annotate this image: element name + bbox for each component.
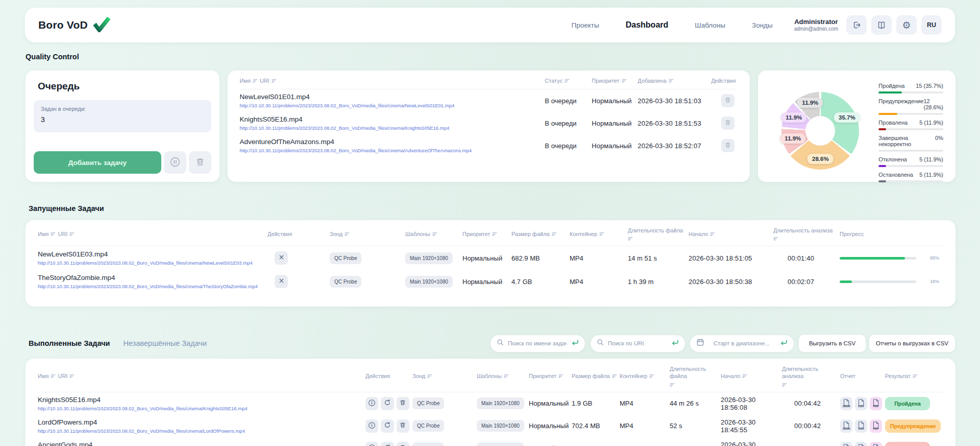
date-range-field[interactable] bbox=[690, 335, 794, 352]
queue-count-input[interactable] bbox=[41, 115, 204, 124]
col-name-uri[interactable]: Имя URI bbox=[38, 226, 267, 242]
logout-button[interactable] bbox=[846, 15, 867, 35]
search-task-name-input[interactable] bbox=[508, 340, 567, 346]
task-uri-link[interactable]: http://10.10.30.11/problems/2023/2023.08… bbox=[240, 125, 542, 131]
progress-bar bbox=[840, 257, 916, 260]
report-json-button[interactable]: JSON bbox=[840, 419, 852, 433]
col-container[interactable]: Контейнер bbox=[620, 368, 670, 384]
export-reports-csv-button[interactable]: Отчеты о выгрузках в CSV bbox=[869, 335, 955, 352]
size-value: 702.4 MB bbox=[572, 422, 620, 430]
col-analysis[interactable]: Длительность анализа bbox=[773, 222, 840, 246]
task-uri-link[interactable]: http://10.10.30.11/problems/2023/2023.08… bbox=[38, 428, 362, 434]
info-button[interactable] bbox=[365, 419, 378, 433]
trash-icon bbox=[724, 97, 731, 105]
info-button[interactable] bbox=[365, 442, 378, 446]
trash-icon bbox=[724, 142, 731, 150]
delete-task-button[interactable] bbox=[721, 139, 734, 152]
sort-icon bbox=[504, 373, 509, 379]
task-uri-link[interactable]: http://10.10.30.11/problems/2023/2023.08… bbox=[240, 103, 542, 108]
queue-count-field[interactable]: Задач в очереди: bbox=[34, 100, 211, 132]
col-probe[interactable]: Зонд bbox=[412, 368, 477, 384]
status-value: В очереди bbox=[545, 142, 592, 150]
col-probe[interactable]: Зонд bbox=[330, 226, 405, 242]
container-value: MP4 bbox=[620, 400, 670, 407]
tab-completed-tasks[interactable]: Выполненные Задачи bbox=[29, 339, 110, 347]
progress-label: 85% bbox=[930, 255, 940, 261]
col-file-duration[interactable]: Длительность файла bbox=[670, 361, 721, 392]
report-csv-button[interactable]: CSV bbox=[855, 419, 867, 433]
export-csv-button[interactable]: Выгрузить в CSV bbox=[799, 335, 866, 352]
nav-templates[interactable]: Шаблоны bbox=[695, 21, 725, 29]
task-uri-link[interactable]: http://10.10.30.11/problems/2023/2023.08… bbox=[38, 260, 264, 266]
search-uri-input[interactable] bbox=[608, 340, 667, 346]
delete-button[interactable] bbox=[397, 442, 409, 446]
report-pdf-button[interactable]: PDF bbox=[870, 419, 882, 433]
donut-label-passed: 35.7% bbox=[834, 112, 860, 123]
search-uri-field[interactable] bbox=[591, 335, 685, 352]
col-priority[interactable]: Приоритет bbox=[529, 368, 572, 384]
report-pdf-button[interactable]: PDF bbox=[870, 397, 882, 410]
search-task-name-field[interactable] bbox=[491, 335, 585, 352]
col-file-duration[interactable]: Длительность файла bbox=[628, 222, 689, 246]
analysis-duration-value: 00:02:07 bbox=[773, 278, 840, 286]
col-size[interactable]: Размер файла bbox=[511, 226, 570, 242]
sort-icon bbox=[558, 373, 564, 379]
restart-button[interactable] bbox=[381, 419, 394, 433]
completed-tasks-table: Имя URI Действия Зонд Шаблоны Приоритет … bbox=[26, 359, 955, 446]
settings-button[interactable]: ⚙ bbox=[896, 15, 917, 35]
cancel-task-button[interactable] bbox=[275, 251, 288, 265]
delete-task-button[interactable] bbox=[721, 94, 734, 107]
col-name-uri[interactable]: Имя URI bbox=[240, 73, 545, 89]
report-json-button[interactable]: JSON bbox=[840, 442, 852, 446]
language-button[interactable]: RU bbox=[921, 15, 942, 35]
delete-button[interactable] bbox=[397, 397, 409, 410]
col-name-uri[interactable]: Имя URI bbox=[38, 368, 365, 384]
cancel-task-button[interactable] bbox=[275, 275, 288, 288]
nav-probes[interactable]: Зонды bbox=[752, 21, 773, 29]
logo-text: Boro VoD bbox=[38, 19, 88, 31]
pause-queue-button[interactable] bbox=[164, 151, 186, 174]
col-added[interactable]: Добавлена bbox=[638, 73, 713, 89]
trash-icon bbox=[195, 157, 205, 169]
progress-bar bbox=[840, 280, 916, 283]
section-title-running-tasks: Запущенные Задачи bbox=[29, 204, 104, 213]
col-size[interactable]: Размер файла bbox=[572, 368, 620, 384]
restart-button[interactable] bbox=[381, 397, 394, 410]
queue-count-label: Задач в очереди: bbox=[41, 106, 204, 112]
tab-unfinished-tasks[interactable]: Незавершённые Задачи bbox=[124, 339, 207, 347]
results-chart-panel: 11.9% 35.7% 11.9% 11.9% 28.6% Пройдена15… bbox=[758, 71, 955, 182]
info-button[interactable] bbox=[365, 397, 378, 410]
task-uri-link[interactable]: http://10.10.30.11/problems/2023/2023.08… bbox=[38, 284, 264, 289]
report-pdf-button[interactable]: PDF bbox=[870, 442, 882, 446]
report-json-button[interactable]: JSON bbox=[840, 397, 852, 410]
trash-icon bbox=[724, 119, 731, 128]
col-templates[interactable]: Шаблоны bbox=[477, 368, 529, 384]
date-range-input[interactable] bbox=[708, 340, 776, 346]
col-result[interactable]: Результат bbox=[885, 368, 943, 384]
delete-task-button[interactable] bbox=[721, 116, 734, 130]
col-status[interactable]: Статус bbox=[545, 73, 592, 89]
restart-button[interactable] bbox=[381, 442, 394, 446]
report-csv-button[interactable]: CSV bbox=[855, 442, 867, 446]
add-task-button[interactable]: Добавить задачу bbox=[34, 151, 161, 174]
nav-projects[interactable]: Проекты bbox=[572, 21, 599, 29]
nav-dashboard[interactable]: Dashboard bbox=[626, 20, 669, 30]
running-tasks-table: Имя URI Действия Зонд Шаблоны Приоритет … bbox=[26, 220, 955, 307]
col-analysis[interactable]: Длительность анализа bbox=[782, 361, 840, 392]
user-info[interactable]: Administrator admin@admin.com bbox=[794, 18, 838, 33]
col-start[interactable]: Начало bbox=[721, 368, 782, 384]
col-templates[interactable]: Шаблоны bbox=[405, 226, 462, 242]
delete-button[interactable] bbox=[397, 419, 409, 433]
docs-button[interactable] bbox=[871, 15, 892, 35]
task-uri-link[interactable]: http://10.10.30.11/problems/2023/2023.08… bbox=[38, 406, 362, 411]
col-priority[interactable]: Приоритет bbox=[592, 73, 638, 89]
task-uri-link[interactable]: http://10.10.30.11/problems/2023/2023.08… bbox=[240, 148, 542, 153]
legend-item: Предупреждение12 (28.6%) bbox=[878, 98, 943, 115]
col-start[interactable]: Начало bbox=[689, 226, 773, 242]
file-duration-value: 44 m 26 s bbox=[670, 400, 721, 407]
col-container[interactable]: Контейнер bbox=[570, 226, 628, 242]
clear-queue-button[interactable] bbox=[189, 151, 211, 174]
report-csv-button[interactable]: CSV bbox=[855, 397, 867, 410]
info-icon bbox=[368, 421, 376, 431]
col-priority[interactable]: Приоритет bbox=[462, 226, 511, 242]
